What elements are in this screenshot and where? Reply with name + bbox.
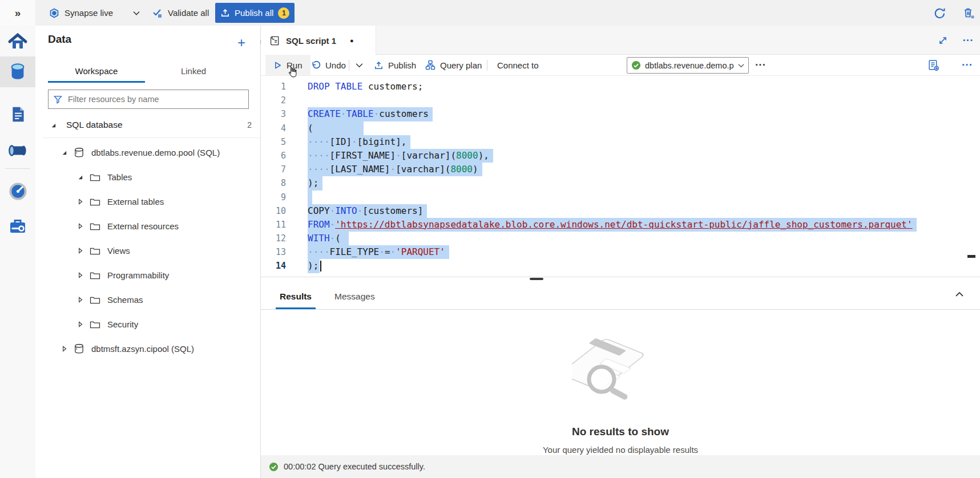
upload-icon bbox=[374, 60, 384, 70]
sql-script-icon bbox=[269, 35, 280, 46]
tree-item-external-tables[interactable]: External tables bbox=[35, 189, 261, 214]
mode-label: Synapse live bbox=[64, 8, 113, 18]
toolbar-divider bbox=[349, 60, 349, 71]
code-line-1[interactable]: DROP TABLE customers; bbox=[308, 80, 980, 94]
code-editor[interactable]: 1234567891011121314 DROP TABLE customers… bbox=[261, 76, 980, 277]
tree-item-external-resources[interactable]: External resources bbox=[35, 214, 261, 238]
tab-title: SQL script 1 bbox=[286, 36, 336, 46]
top-command-bar: » Synapse live Validate all Publish all … bbox=[0, 0, 980, 26]
tree-item-views[interactable]: Views bbox=[35, 238, 261, 263]
tab-linked[interactable]: Linked bbox=[145, 61, 242, 83]
code-line-7[interactable]: ····[LAST_NAME]·[varchar](8000) bbox=[308, 163, 980, 176]
synapse-live-dropdown[interactable]: Synapse live bbox=[49, 0, 140, 26]
tab-workspace[interactable]: Workspace bbox=[48, 61, 145, 83]
filter-resources-input[interactable] bbox=[67, 94, 243, 104]
tree-header-label: SQL database bbox=[66, 120, 123, 130]
caret-collapsed-icon bbox=[61, 346, 67, 352]
caret-collapsed-icon bbox=[77, 248, 83, 254]
results-empty-state: No results to show Your query yielded no… bbox=[261, 310, 980, 455]
run-button[interactable]: Run bbox=[265, 55, 310, 75]
tree-item-dbtmsft-azsyn-cipool-sql[interactable]: dbtmsft.azsyn.cipool (SQL) bbox=[35, 337, 261, 361]
tree-item-programmability[interactable]: Programmability bbox=[35, 263, 261, 287]
tab-results[interactable]: Results bbox=[276, 291, 316, 309]
folder-icon bbox=[90, 271, 100, 279]
tab-messages[interactable]: Messages bbox=[330, 291, 379, 309]
nav-develop[interactable] bbox=[0, 99, 35, 129]
query-plan-button[interactable]: Query plan bbox=[425, 55, 482, 75]
expand-editor-button[interactable] bbox=[935, 33, 950, 48]
code-line-10[interactable]: COPY·INTO·[customers] bbox=[308, 204, 980, 218]
line-number: 4 bbox=[261, 121, 289, 135]
empty-results-title: No results to show bbox=[261, 426, 980, 438]
ellipsis-icon: ··· bbox=[963, 34, 974, 47]
code-line-12[interactable]: WITH·( bbox=[308, 232, 980, 245]
refresh-icon bbox=[933, 7, 946, 20]
refresh-button[interactable] bbox=[932, 6, 947, 21]
undo-button[interactable]: Undo bbox=[311, 55, 346, 75]
tree-item-dbtlabs-revenue-demo-pool-sql[interactable]: dbtlabs.revenue.demo.pool (SQL) bbox=[35, 140, 261, 165]
toolbar-more-button[interactable]: ··· bbox=[755, 55, 766, 75]
code-line-14[interactable]: ); bbox=[308, 259, 980, 273]
tab-sql-script-1[interactable]: SQL script 1 ● bbox=[261, 26, 376, 55]
query-plan-label: Query plan bbox=[440, 60, 482, 70]
query-plan-icon bbox=[425, 60, 435, 70]
add-resource-button[interactable]: + bbox=[234, 35, 249, 50]
nav-integrate[interactable] bbox=[0, 135, 35, 166]
folder-icon bbox=[90, 222, 100, 230]
status-message: 00:00:02 Query executed successfully. bbox=[284, 462, 425, 471]
run-options-chevron[interactable] bbox=[356, 55, 363, 75]
gauge-icon bbox=[8, 181, 28, 201]
tab-more-button[interactable]: ··· bbox=[961, 33, 975, 48]
publish-all-button[interactable]: Publish all 1 bbox=[215, 3, 295, 23]
line-number: 5 bbox=[261, 135, 289, 149]
publish-label: Publish bbox=[388, 60, 416, 70]
line-number: 6 bbox=[261, 149, 289, 163]
code-line-9[interactable] bbox=[308, 191, 980, 204]
validate-all-button[interactable]: Validate all bbox=[152, 0, 209, 26]
editor-toolbar: Run Undo Publish Query plan Connect to bbox=[261, 55, 980, 76]
nav-monitor[interactable] bbox=[0, 176, 35, 206]
caret-collapsed-icon bbox=[77, 321, 83, 327]
synapse-live-icon bbox=[49, 8, 59, 18]
publish-button[interactable]: Publish bbox=[374, 55, 416, 75]
folder-icon bbox=[90, 197, 100, 206]
tree-header-sql-database[interactable]: SQL database 2 bbox=[35, 112, 261, 137]
code-line-11[interactable]: FROM·'https://dbtlabsynapsedatalake.blob… bbox=[308, 218, 980, 232]
connect-to-pool-select[interactable]: dbtlabs.revenue.demo.pool bbox=[627, 57, 749, 74]
unsaved-changes-dot: ● bbox=[350, 38, 354, 44]
folder-icon bbox=[90, 295, 100, 304]
tree-item-tables[interactable]: Tables bbox=[35, 165, 261, 189]
sql-pool-icon bbox=[74, 147, 84, 158]
expand-nav-button[interactable]: » bbox=[0, 0, 35, 26]
code-line-13[interactable]: ····FILE_TYPE·=·'PARQUET' bbox=[308, 245, 980, 259]
code-line-8[interactable]: ); bbox=[308, 176, 980, 190]
results-tab-bar: Results Messages bbox=[261, 279, 980, 310]
tree-item-schemas[interactable]: Schemas bbox=[35, 287, 261, 312]
line-number: 2 bbox=[261, 94, 289, 107]
tree-item-security[interactable]: Security bbox=[35, 312, 261, 337]
pool-name: dbtlabs.revenue.demo.pool bbox=[645, 61, 734, 70]
tree-header-count: 2 bbox=[247, 120, 252, 129]
undo-label: Undo bbox=[325, 60, 346, 70]
data-panel-tabs: Workspace Linked bbox=[48, 61, 249, 83]
folder-icon bbox=[90, 246, 100, 255]
toolbar-more-right-button[interactable]: ··· bbox=[962, 55, 973, 75]
script-properties-button[interactable] bbox=[927, 55, 939, 75]
nav-home[interactable] bbox=[0, 27, 35, 58]
code-line-5[interactable]: ····[ID]·[bigint], bbox=[308, 135, 980, 149]
code-line-4[interactable]: ( bbox=[308, 121, 980, 135]
plus-icon: + bbox=[237, 35, 245, 51]
code-line-2[interactable] bbox=[308, 94, 980, 107]
code-line-3[interactable]: CREATE·TABLE·customers bbox=[308, 107, 980, 121]
double-chevron-right-icon: » bbox=[15, 7, 21, 19]
delete-button[interactable] bbox=[961, 6, 976, 21]
line-number: 1 bbox=[261, 80, 289, 94]
nav-data[interactable] bbox=[0, 56, 35, 87]
filter-resources-box bbox=[48, 90, 249, 109]
nav-manage[interactable] bbox=[0, 211, 35, 242]
text-cursor bbox=[320, 261, 321, 272]
code-line-6[interactable]: ····[FIRST_NAME]·[varchar](8000), bbox=[308, 149, 980, 163]
scrollbar-marker[interactable] bbox=[967, 255, 975, 258]
collapse-results-button[interactable] bbox=[953, 287, 966, 301]
empty-results-subtitle: Your query yielded no displayable result… bbox=[261, 445, 980, 455]
